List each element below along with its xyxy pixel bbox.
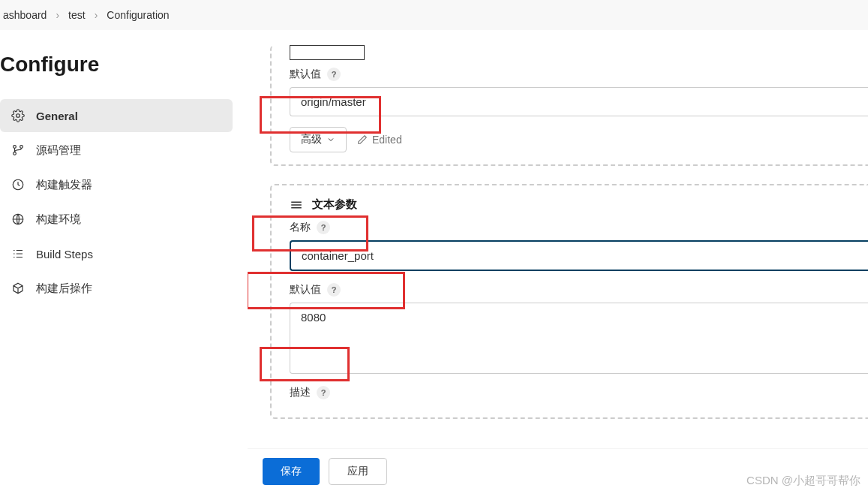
sidebar-item-build-steps[interactable]: Build Steps [0,237,233,270]
help-icon[interactable]: ? [327,68,341,81]
list-icon [11,246,26,261]
breadcrumb-item-test[interactable]: test [65,9,89,21]
sidebar: Configure General 源码管理 构建触发器 [0,30,248,494]
svg-point-1 [14,146,17,149]
sidebar-item-label: General [36,110,78,122]
section-header-label: 文本参数 [312,197,357,212]
page-title: Configure [0,30,233,99]
drag-handle-icon[interactable] [290,198,303,212]
apply-button[interactable]: 应用 [329,458,387,485]
default-value-label: 默认值 [290,68,321,81]
sidebar-item-scm[interactable]: 源码管理 [0,134,233,167]
gear-icon [11,108,26,123]
name-input[interactable] [290,240,868,271]
footer-toolbar: 保存 应用 [248,448,868,494]
main-content: 默认值 ? 高级 Edited 文本参数 [248,30,868,494]
breadcrumb-item-configuration[interactable]: Configuration [104,9,172,21]
edited-label: Edited [372,134,402,146]
advanced-label: 高级 [301,133,322,146]
sidebar-item-general[interactable]: General [0,99,233,132]
description-label: 描述 [290,386,311,399]
truncated-field[interactable] [290,45,365,60]
sidebar-item-label: 构建触发器 [36,178,92,192]
svg-point-2 [14,152,17,155]
breadcrumb: ashboard › test › Configuration [0,0,868,30]
sidebar-item-label: 源码管理 [36,143,81,158]
name-label: 名称 [290,221,311,234]
default-value-label-2: 默认值 [290,283,321,297]
svg-point-0 [17,114,20,118]
breadcrumb-item-dashboard[interactable]: ashboard [0,9,50,21]
package-icon [11,281,26,296]
sidebar-item-triggers[interactable]: 构建触发器 [0,168,233,201]
sidebar-item-label: 构建环境 [36,212,81,227]
advanced-button[interactable]: 高级 [290,127,347,152]
sidebar-item-label: Build Steps [36,248,93,261]
help-icon[interactable]: ? [317,221,330,234]
sidebar-item-label: 构建后操作 [36,282,92,296]
sidebar-item-environment[interactable]: 构建环境 [0,203,233,236]
help-icon[interactable]: ? [317,386,330,399]
branch-icon [11,143,26,158]
globe-icon [11,212,26,227]
parameter-block-1: 默认值 ? 高级 Edited [270,45,868,166]
sidebar-item-post-build[interactable]: 构建后操作 [0,272,233,305]
help-icon[interactable]: ? [327,283,341,297]
default-value-textarea[interactable] [290,303,868,374]
default-value-input[interactable] [290,87,868,116]
svg-point-3 [20,146,23,149]
save-button[interactable]: 保存 [263,458,320,485]
chevron-down-icon [326,135,335,144]
edited-indicator: Edited [357,134,402,146]
chevron-right-icon: › [89,9,104,21]
clock-icon [11,177,26,192]
parameter-block-2: 文本参数 名称 ? 默认值 ? 描述 ? [270,184,868,419]
chevron-right-icon: › [50,9,65,21]
pencil-icon [357,134,368,145]
